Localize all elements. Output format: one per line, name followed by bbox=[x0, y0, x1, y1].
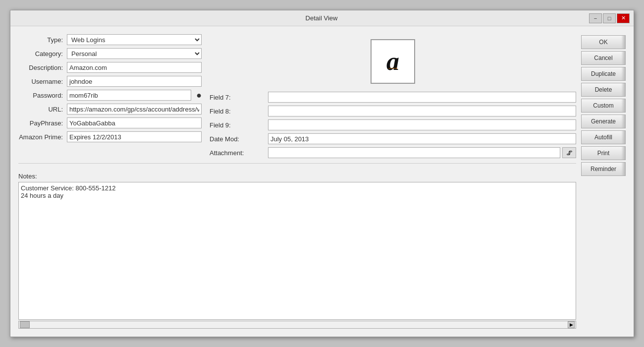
date-mod-input[interactable] bbox=[268, 133, 576, 144]
attachment-label: Attachment: bbox=[210, 149, 264, 157]
payphrase-row: PayPhrase: bbox=[18, 117, 202, 128]
paperclip-icon: 🖇 bbox=[566, 149, 573, 157]
password-input[interactable] bbox=[67, 90, 191, 101]
attachment-input[interactable] bbox=[268, 147, 560, 158]
field8-input[interactable] bbox=[268, 106, 576, 116]
field7-label: Field 7: bbox=[210, 94, 264, 101]
password-row: Password: ● bbox=[18, 90, 202, 101]
left-fields: Type: Web Logins Category: Personal bbox=[18, 34, 202, 158]
logo-box: a bbox=[371, 39, 415, 84]
main-window: Detail View − □ ✕ Type: Web Logins bbox=[10, 10, 634, 337]
date-mod-label: Date Mod: bbox=[210, 135, 264, 143]
date-mod-row: Date Mod: bbox=[210, 133, 576, 144]
scroll-right-button[interactable]: ▶ bbox=[568, 321, 575, 328]
delete-button[interactable]: Delete bbox=[581, 83, 626, 97]
attachment-row: Attachment: 🖇 bbox=[210, 147, 576, 158]
field9-input[interactable] bbox=[268, 119, 576, 130]
duplicate-button[interactable]: Duplicate bbox=[581, 67, 626, 81]
category-label: Category: bbox=[18, 50, 63, 58]
password-field-container: ● bbox=[67, 90, 202, 101]
username-input[interactable] bbox=[67, 76, 202, 87]
field9-row: Field 9: bbox=[210, 119, 576, 130]
center-area: a bbox=[210, 34, 576, 158]
reminder-button[interactable]: Reminder bbox=[581, 162, 626, 176]
notes-textarea[interactable]: Customer Service: 800-555-1212 24 hours … bbox=[18, 182, 576, 320]
separator bbox=[18, 163, 576, 164]
notes-section: Notes: Customer Service: 800-555-1212 24… bbox=[18, 173, 576, 329]
type-row: Type: Web Logins bbox=[18, 34, 202, 45]
field8-row: Field 8: bbox=[210, 106, 576, 116]
amazon-prime-input[interactable] bbox=[67, 131, 202, 142]
bottom-scrollbar[interactable]: ▶ bbox=[18, 321, 576, 329]
attachment-button[interactable]: 🖇 bbox=[562, 147, 576, 158]
payphrase-label: PayPhrase: bbox=[18, 119, 63, 127]
attachment-field-container: 🖇 bbox=[268, 147, 576, 158]
print-button[interactable]: Print bbox=[581, 146, 626, 160]
ok-button[interactable]: OK bbox=[581, 35, 626, 49]
maximize-button[interactable]: □ bbox=[603, 13, 616, 23]
type-select[interactable]: Web Logins bbox=[67, 34, 202, 45]
custom-button[interactable]: Custom bbox=[581, 99, 626, 113]
type-label: Type: bbox=[18, 36, 63, 44]
scrollbar-thumb bbox=[20, 321, 30, 328]
password-dot-indicator: ● bbox=[196, 90, 202, 101]
title-bar: Detail View − □ ✕ bbox=[10, 10, 634, 26]
description-row: Description: bbox=[18, 62, 202, 73]
url-input[interactable] bbox=[67, 104, 202, 115]
amazon-logo: a bbox=[386, 49, 399, 74]
category-row: Category: Personal bbox=[18, 48, 202, 59]
field7-row: Field 7: bbox=[210, 92, 576, 103]
amazon-prime-label: Amazon Prime: bbox=[18, 133, 63, 141]
generate-button[interactable]: Generate bbox=[581, 115, 626, 128]
amazon-prime-row: Amazon Prime: bbox=[18, 131, 202, 142]
password-label: Password: bbox=[18, 92, 63, 99]
title-bar-controls: − □ ✕ bbox=[589, 13, 630, 23]
amazon-arrow bbox=[388, 65, 397, 72]
top-section: Type: Web Logins Category: Personal bbox=[18, 34, 576, 158]
field9-label: Field 9: bbox=[210, 121, 264, 129]
username-row: Username: bbox=[18, 76, 202, 87]
payphrase-input[interactable] bbox=[67, 117, 202, 128]
description-label: Description: bbox=[18, 64, 63, 71]
username-label: Username: bbox=[18, 78, 63, 85]
main-area: Type: Web Logins Category: Personal bbox=[18, 34, 576, 329]
notes-label: Notes: bbox=[18, 173, 576, 180]
right-fields: Field 7: Field 8: Field 9: bbox=[210, 92, 576, 158]
autofill-button[interactable]: Autofill bbox=[581, 130, 626, 144]
field7-input[interactable] bbox=[268, 92, 576, 103]
window-content: Type: Web Logins Category: Personal bbox=[10, 26, 634, 337]
logo-area: a bbox=[210, 34, 576, 84]
description-input[interactable] bbox=[67, 62, 202, 73]
field8-label: Field 8: bbox=[210, 108, 264, 115]
cancel-button[interactable]: Cancel bbox=[581, 51, 626, 65]
window-title: Detail View bbox=[54, 14, 589, 22]
category-select[interactable]: Personal bbox=[67, 48, 202, 59]
close-button[interactable]: ✕ bbox=[617, 13, 630, 23]
sidebar-buttons: OK Cancel Duplicate Delete Custom Genera… bbox=[581, 34, 626, 329]
url-row: URL: bbox=[18, 104, 202, 115]
url-label: URL: bbox=[18, 106, 63, 113]
minimize-button[interactable]: − bbox=[589, 13, 602, 23]
